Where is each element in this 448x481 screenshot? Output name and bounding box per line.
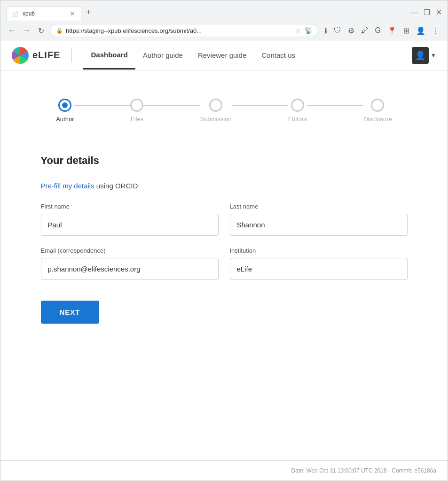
nav-link-reviewer-guide[interactable]: Reviewer guide [190,42,254,69]
maximize-button[interactable]: ❐ [424,8,430,17]
app-nav: eLIFE Dashboard Author guide Reviewer gu… [0,40,448,70]
profile-button[interactable]: 👤 [414,25,428,37]
last-name-input[interactable] [230,214,408,236]
step-connector-1 [74,105,130,106]
new-tab-button[interactable]: + [81,4,96,21]
toolbar-icons: ℹ 🛡 ⚙ 🖊 G 📍 ⊞ 👤 ⋮ [322,25,442,37]
cast-icon[interactable]: 📡 [304,27,312,34]
back-button[interactable]: ← [6,24,17,37]
step-circle-editors [291,99,304,112]
nav-link-dashboard[interactable]: Dashboard [83,41,135,70]
form-group-first-name: First name [41,203,219,236]
tab-bar: 📄 xpub ✕ + [6,4,410,21]
address-bar[interactable] [66,27,292,34]
step-connector-3 [232,105,288,106]
step-label-submission: Submission [200,116,231,123]
apps-button[interactable]: ⊞ [401,25,412,37]
prefill-section: Pre-fill my details using ORCID [41,182,408,190]
user-icon: 👤 [415,50,425,61]
prefill-suffix: using ORCID [94,182,138,190]
browser-titlebar: 📄 xpub ✕ + — ❐ ✕ [0,0,448,21]
menu-button[interactable]: ⋮ [430,25,442,37]
window-controls: — ❐ ✕ [410,8,442,17]
next-button[interactable]: NEXT [41,301,99,324]
email-input[interactable] [41,258,219,280]
step-disclosure: Disclosure [363,99,392,123]
app-footer: Date: Wed Oct 31 13:00:07 UTC 2018 - Com… [0,460,448,481]
step-label-author: Author [56,116,74,123]
section-title: Your details [41,155,408,167]
app-content: eLIFE Dashboard Author guide Reviewer gu… [0,40,448,481]
first-name-label: First name [41,203,219,210]
step-circle-disclosure [371,99,384,112]
form-group-last-name: Last name [230,203,408,236]
form-group-institution: Institution [230,247,408,280]
translate-button[interactable]: G [373,25,383,36]
active-tab[interactable]: 📄 xpub ✕ [6,6,81,21]
star-icon[interactable]: ☆ [295,27,301,34]
shield-button[interactable]: 🛡 [331,25,344,36]
user-avatar: 👤 [412,47,429,64]
chrome-button[interactable]: ⚙ [346,25,357,37]
map-button[interactable]: 📍 [385,25,399,37]
app-logo: eLIFE [12,47,60,64]
step-connector-4 [307,105,363,106]
tab-page-icon: 📄 [12,11,19,17]
nav-link-contact-us[interactable]: Contact us [254,42,303,69]
stepper: Author Files Submission Editors [41,89,408,132]
step-circle-submission [209,99,222,112]
tab-title: xpub [23,10,35,17]
email-label: Email (correspondence) [41,247,219,254]
form-group-email: Email (correspondence) [41,247,219,280]
step-label-files: Files [131,116,143,123]
form-row-name: First name Last name [41,203,408,236]
step-submission: Submission [200,99,231,123]
minimize-button[interactable]: — [410,8,418,17]
step-circle-author [58,99,71,112]
footer-text: Date: Wed Oct 31 13:00:07 UTC 2018 - Com… [291,467,436,474]
forward-button[interactable]: → [21,24,32,37]
browser-toolbar: ← → ↻ 🔒 ☆ 📡 ℹ 🛡 ⚙ 🖊 G 📍 ⊞ 👤 ⋮ [0,21,448,40]
step-label-editors: Editors [288,116,307,123]
prefill-link[interactable]: Pre-fill my details [41,182,94,190]
first-name-input[interactable] [41,214,219,236]
step-author: Author [56,99,74,123]
form-row-contact: Email (correspondence) Institution [41,247,408,280]
step-label-disclosure: Disclosure [363,116,392,123]
step-files: Files [130,99,143,123]
last-name-label: Last name [230,203,408,210]
step-circle-files [130,99,143,112]
color-picker-button[interactable]: 🖊 [359,25,371,36]
tab-close-button[interactable]: ✕ [70,10,75,17]
reload-button[interactable]: ↻ [36,24,46,37]
logo-circle [12,47,29,64]
step-connector-2 [143,105,200,106]
user-caret-icon: ▼ [431,52,436,59]
nav-divider [71,48,72,62]
address-bar-actions: ☆ 📡 [295,27,312,34]
main-content: Author Files Submission Editors [13,70,436,460]
lock-icon: 🔒 [56,27,63,34]
close-button[interactable]: ✕ [436,8,442,17]
institution-label: Institution [230,247,408,254]
info-button[interactable]: ℹ [322,25,330,37]
step-editors: Editors [288,99,307,123]
browser-window: 📄 xpub ✕ + — ❐ ✕ ← → ↻ 🔒 ☆ 📡 ℹ 🛡 ⚙ [0,0,448,481]
institution-input[interactable] [230,258,408,280]
nav-links: Dashboard Author guide Reviewer guide Co… [83,41,412,70]
address-bar-wrapper: 🔒 ☆ 📡 [50,24,318,37]
nav-link-author-guide[interactable]: Author guide [135,42,190,69]
logo-text: eLIFE [32,50,60,61]
nav-user[interactable]: 👤 ▼ [412,47,436,64]
